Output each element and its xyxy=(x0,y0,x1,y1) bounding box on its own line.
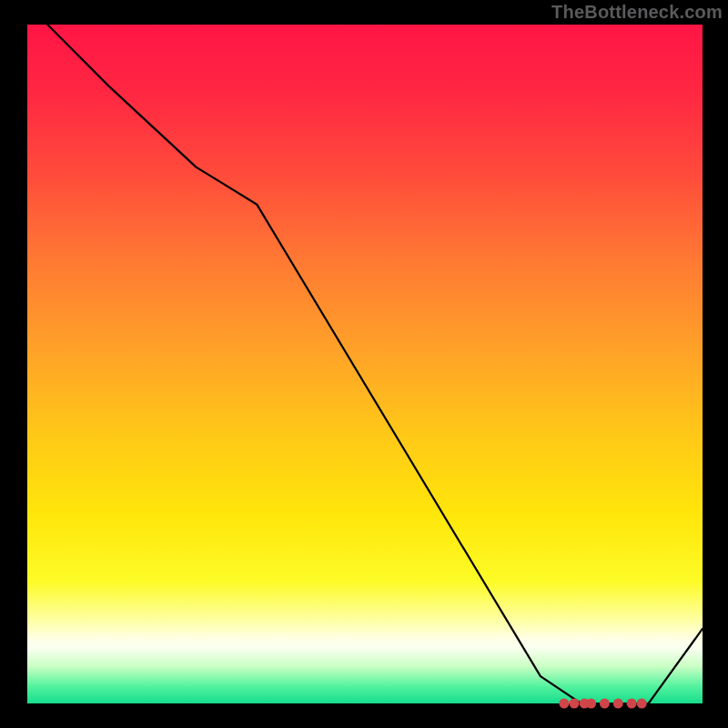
series-marker xyxy=(570,699,580,709)
series-marker xyxy=(627,699,637,709)
bottleneck-chart xyxy=(0,0,728,728)
series-marker xyxy=(600,699,610,709)
series-marker xyxy=(559,699,569,709)
series-marker xyxy=(586,699,596,709)
plot-background xyxy=(27,25,703,703)
watermark-text: TheBottleneck.com xyxy=(551,2,723,23)
series-marker xyxy=(637,699,647,709)
series-marker xyxy=(613,699,623,709)
chart-container: TheBottleneck.com xyxy=(0,0,728,728)
series-markers xyxy=(559,699,646,709)
